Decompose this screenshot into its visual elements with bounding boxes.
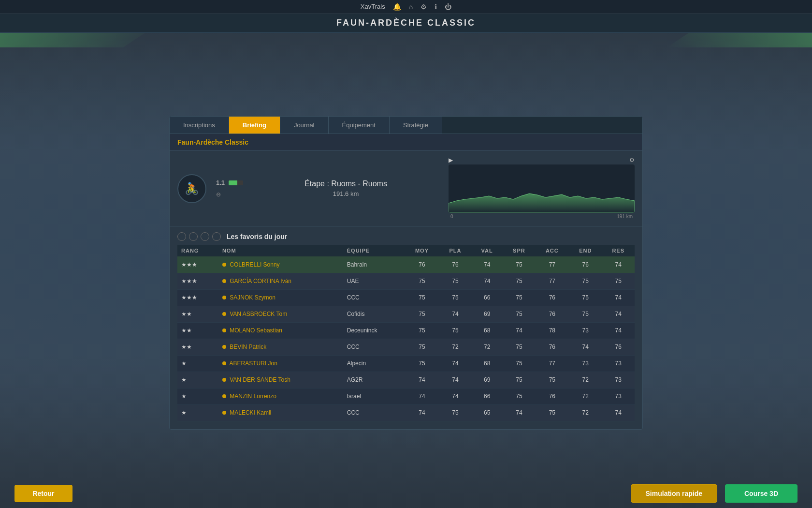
category-badge: 1.1: [216, 179, 225, 186]
simulate-button[interactable]: Simulation rapide: [631, 484, 717, 503]
header-acc: ACC: [536, 245, 569, 256]
rider-dot: [222, 378, 226, 382]
rider-val: 69: [471, 372, 503, 388]
rider-name[interactable]: COLBRELLI Sonny: [218, 256, 343, 273]
chart-settings-icon[interactable]: ⚙: [629, 157, 635, 164]
rider-dot: [222, 329, 226, 332]
rider-val: 69: [471, 306, 503, 322]
rider-name[interactable]: GARCÍA CORTINA Iván: [218, 273, 343, 289]
table-row: ★★ VAN ASBROECK Tom Cofidis 75 74 69 75 …: [177, 306, 635, 322]
power-icon[interactable]: ⏻: [445, 3, 451, 11]
rider-name[interactable]: BEVIN Patrick: [218, 339, 343, 355]
chart-play-button[interactable]: ▶: [449, 157, 453, 164]
rider-val: 74: [471, 273, 503, 289]
riders-table: RANG NOM ÉQUIPE MOY PLA VAL SPR ACC END …: [177, 245, 635, 421]
rider-dot: [222, 394, 226, 398]
chart-start-label: 0: [450, 214, 453, 219]
rider-acc: 76: [536, 388, 569, 404]
header-rang: RANG: [177, 245, 218, 256]
rider-spr: 75: [503, 306, 535, 322]
rider-dot: [222, 263, 226, 267]
rider-moy: 74: [405, 404, 439, 421]
rider-name[interactable]: MOLANO Sebastian: [218, 322, 343, 339]
rider-moy: 74: [405, 372, 439, 388]
svg-marker-0: [449, 194, 635, 213]
rider-val: 74: [471, 256, 503, 273]
rider-moy: 74: [405, 388, 439, 404]
page-title: FAUN-ARDÈCHE CLASSIC: [336, 18, 476, 28]
chart-end-label: 191 km: [617, 214, 633, 219]
home-icon[interactable]: ⌂: [409, 3, 413, 11]
gear-icon[interactable]: ⚙: [420, 3, 427, 11]
rider-spr: 75: [503, 289, 535, 306]
tab-briefing[interactable]: Briefing: [229, 117, 280, 134]
rider-res: 73: [602, 372, 635, 388]
rider-moy: 75: [405, 306, 439, 322]
rider-end: 72: [569, 388, 602, 404]
rider-end: 73: [569, 322, 602, 339]
rider-dot: [222, 411, 226, 415]
rider-res: 73: [602, 388, 635, 404]
rider-name[interactable]: VAN ASBROECK Tom: [218, 306, 343, 322]
stage-distance: 191.6 km: [253, 190, 439, 197]
tab-strategie[interactable]: Stratégie: [390, 117, 442, 134]
tab-journal[interactable]: Journal: [280, 117, 329, 134]
rider-stars: ★★: [177, 339, 218, 355]
star-indicators: [177, 232, 221, 241]
rider-acc: 75: [536, 372, 569, 388]
header-res: RES: [602, 245, 635, 256]
favorites-label: Les favoris du jour: [227, 233, 287, 240]
back-button[interactable]: Retour: [14, 485, 72, 502]
rider-moy: 75: [405, 355, 439, 372]
tab-equipement[interactable]: Équipement: [329, 117, 390, 134]
rider-end: 72: [569, 372, 602, 388]
rider-name[interactable]: ABERASTURI Jon: [218, 355, 343, 372]
rider-stars: ★: [177, 355, 218, 372]
panel-title: Faun-Ardèche Classic: [177, 138, 248, 146]
rider-end: 75: [569, 289, 602, 306]
rider-name[interactable]: MANZIN Lorrenzo: [218, 388, 343, 404]
rider-name[interactable]: MALECKI Kamil: [218, 404, 343, 421]
rider-acc: 77: [536, 256, 569, 273]
rider-spr: 75: [503, 355, 535, 372]
rider-pla: 74: [439, 306, 471, 322]
header-nom: NOM: [218, 245, 343, 256]
rider-team: Israel: [343, 388, 405, 404]
table-row: ★ MANZIN Lorrenzo Israel 74 74 66 75 76 …: [177, 388, 635, 404]
rider-pla: 76: [439, 256, 471, 273]
rider-spr: 75: [503, 372, 535, 388]
rider-stars: ★: [177, 404, 218, 421]
rider-acc: 78: [536, 322, 569, 339]
rider-spr: 75: [503, 388, 535, 404]
race-panel: Inscriptions Briefing Journal Équipement…: [169, 116, 643, 430]
table-row: ★ VAN DER SANDE Tosh AG2R 74 74 69 75 75…: [177, 372, 635, 388]
rider-dot: [222, 312, 226, 316]
table-row: ★ ABERASTURI Jon Alpecin 75 74 68 75 77 …: [177, 355, 635, 372]
rider-pla: 75: [439, 322, 471, 339]
race-stage-info: Étape : Ruoms - Ruoms 191.6 km: [253, 179, 439, 197]
rider-res: 74: [602, 256, 635, 273]
rider-val: 68: [471, 355, 503, 372]
header-pla: PLA: [439, 245, 471, 256]
rider-dot: [222, 279, 226, 283]
header-equipe: ÉQUIPE: [343, 245, 405, 256]
tab-inscriptions[interactable]: Inscriptions: [170, 117, 229, 134]
bell-icon[interactable]: 🔔: [393, 3, 401, 11]
rider-end: 73: [569, 355, 602, 372]
rider-res: 74: [602, 322, 635, 339]
info-icon[interactable]: ℹ: [435, 3, 437, 11]
rider-end: 75: [569, 306, 602, 322]
category-bar: [229, 180, 243, 185]
race-logo: 🚴: [177, 174, 206, 203]
race-3d-button[interactable]: Course 3D: [725, 484, 798, 503]
rider-end: 74: [569, 339, 602, 355]
tab-bar: Inscriptions Briefing Journal Équipement…: [170, 117, 642, 134]
rider-res: 74: [602, 404, 635, 421]
rider-team: Alpecin: [343, 355, 405, 372]
rider-name[interactable]: SAJNOK Szymon: [218, 289, 343, 306]
header-end: END: [569, 245, 602, 256]
rider-dot: [222, 296, 226, 299]
title-bar: FAUN-ARDÈCHE CLASSIC: [0, 14, 812, 33]
rider-pla: 74: [439, 355, 471, 372]
rider-name[interactable]: VAN DER SANDE Tosh: [218, 372, 343, 388]
